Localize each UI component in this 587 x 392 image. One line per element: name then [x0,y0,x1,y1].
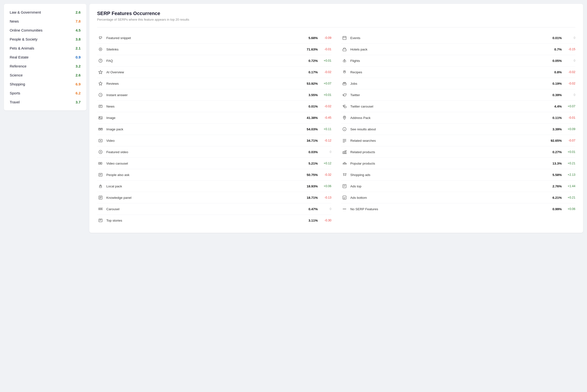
ai-overview-icon [98,70,103,74]
image-pack-icon [98,127,103,131]
svg-rect-29 [99,173,102,176]
svg-rect-37 [98,208,100,210]
popular-products-icon [342,161,347,166]
feature-icon-video [97,137,104,144]
feature-row-twitter-carousel: Twitter carousel 4.4% +0.07 [341,101,575,112]
sidebar-item-travel[interactable]: Travel 3.7 [4,98,86,106]
feature-delta-no-serp-features: +0.06 [565,207,575,211]
feature-name-no-serp-features: No SERP Features [350,207,546,211]
sidebar-item-sports[interactable]: Sports 6.2 [4,88,86,98]
feature-pct-image-pack: 54.03% [302,128,318,131]
events-icon [342,36,347,40]
sidebar-item-pets---animals[interactable]: Pets & Animals 2.1 [4,44,86,53]
dash-icon [343,209,346,209]
feature-pct-flights: 0.05% [546,59,562,62]
feature-delta-ads-bottom: +0.21 [565,196,575,199]
svg-rect-66 [343,184,346,188]
feature-delta-image: -0.45 [321,116,331,120]
address-pack-icon [342,116,347,120]
feature-name-events: Events [350,36,546,40]
news-icon [98,104,103,108]
feature-delta-related-searches: -0.07 [565,139,575,142]
sidebar: Law & Government 2.6 News 7.8 Online Com… [4,4,86,110]
feature-row-instant-answer: Instant answer 3.55% +0.01 [97,89,331,101]
feature-delta-see-results-about: +0.09 [565,128,575,131]
feature-name-reviews: Reviews [106,82,302,86]
jobs-icon [342,81,347,86]
features-right-column: Events 0.01% 0 Hotels pack 0.7% -0.15 Fl… [341,32,575,226]
sidebar-item-online-communities[interactable]: Online Communities 4.5 [4,26,86,35]
sidebar-item-science[interactable]: Science 2.6 [4,71,86,80]
feature-name-local-pack: Local pack [106,184,302,188]
feature-row-related-searches: Related searches 92.65% -0.07 [341,135,575,146]
feature-pct-people-also-ask: 50.75% [302,173,318,177]
feature-delta-featured-snippet: -0.09 [321,36,331,40]
feature-icon-video-carousel [97,160,104,167]
feature-delta-image-pack: +0.11 [321,128,331,131]
feature-name-video: Video [106,139,302,142]
feature-pct-sitelinks: 71.63% [302,48,318,51]
feature-pct-address-pack: 0.11% [546,116,562,120]
feature-name-featured-video: Featured video [106,150,302,154]
feature-name-featured-snippet: Featured snippet [106,36,302,40]
sidebar-item-value: 2.1 [76,46,80,50]
sidebar-item-law---government[interactable]: Law & Government 2.6 [4,8,86,17]
instant-answer-icon [98,93,103,97]
feature-delta-address-pack: -0.01 [565,116,575,120]
shopping-ads-icon [342,172,347,177]
image-icon [98,116,103,120]
sidebar-item-people---society[interactable]: People & Society 3.8 [4,35,86,44]
feature-icon-popular-products [341,160,348,167]
feature-icon-news [97,103,104,110]
feature-row-popular-products: Popular products 13.3% +0.21 [341,158,575,169]
feature-row-ads-top: Ads top 2.76% +1.44 [341,180,575,192]
feature-pct-recipes: 0.8% [546,70,562,74]
feature-row-events: Events 0.01% 0 [341,32,575,44]
faq-icon: ? [98,58,103,63]
feature-row-recipes: Recipes 0.8% -0.02 [341,66,575,78]
feature-name-ai-overview: AI Overview [106,70,302,74]
feature-name-related-searches: Related searches [350,139,546,142]
feature-icon-flights [341,57,348,64]
svg-marker-7 [98,70,102,74]
feature-row-ads-bottom: Ads bottom 6.21% +0.21 [341,192,575,204]
sidebar-item-value: 2.6 [76,73,80,77]
sidebar-item-label: Travel [10,100,20,104]
svg-rect-61 [343,152,344,154]
feature-icon-carousel [97,206,104,212]
feature-name-address-pack: Address Pack [350,116,546,120]
feature-icon-top-stories [97,217,104,224]
serp-features-card: SERP Features Occurrence Percentage of S… [89,4,583,233]
sidebar-item-news[interactable]: News 7.8 [4,17,86,26]
knowledge-panel-icon [98,196,103,200]
feature-delta-sitelinks: -0.01 [321,48,331,51]
svg-rect-12 [99,105,102,108]
feature-pct-featured-snippet: 5.68% [302,36,318,40]
feature-delta-instant-answer: +0.01 [321,93,331,96]
sidebar-item-real-estate[interactable]: Real Estate 0.9 [4,53,86,62]
svg-rect-43 [343,36,346,40]
svg-rect-39 [102,208,103,210]
carousel-icon [98,207,103,211]
feature-pct-image: 41.38% [302,116,318,120]
feature-name-related-products: Related products [350,150,546,154]
sidebar-item-label: Real Estate [10,55,29,59]
feature-pct-hotels-pack: 0.7% [546,48,562,51]
people-also-ask-icon [98,172,103,177]
sidebar-item-reference[interactable]: Reference 3.2 [4,62,86,71]
feature-delta-ads-top: +1.44 [565,184,575,188]
sidebar-item-value: 3.2 [76,64,80,68]
feature-icon-ads-top [341,183,348,190]
sidebar-item-value: 4.5 [76,28,80,32]
ads-top-icon [342,184,347,188]
sidebar-item-shopping[interactable]: Shopping 6.9 [4,80,86,88]
feature-icon-jobs [341,80,348,87]
feature-icon-address-pack [341,114,348,121]
feature-pct-faq: 0.72% [302,59,318,62]
svg-rect-38 [100,208,101,210]
feature-row-ai-overview: AI Overview 0.17% -0.02 [97,66,331,78]
feature-pct-events: 0.01% [546,36,562,40]
feature-row-twitter: Twitter 0.39% 0 [341,89,575,101]
feature-icon-related-products [341,148,348,155]
sidebar-item-label: News [10,19,19,23]
